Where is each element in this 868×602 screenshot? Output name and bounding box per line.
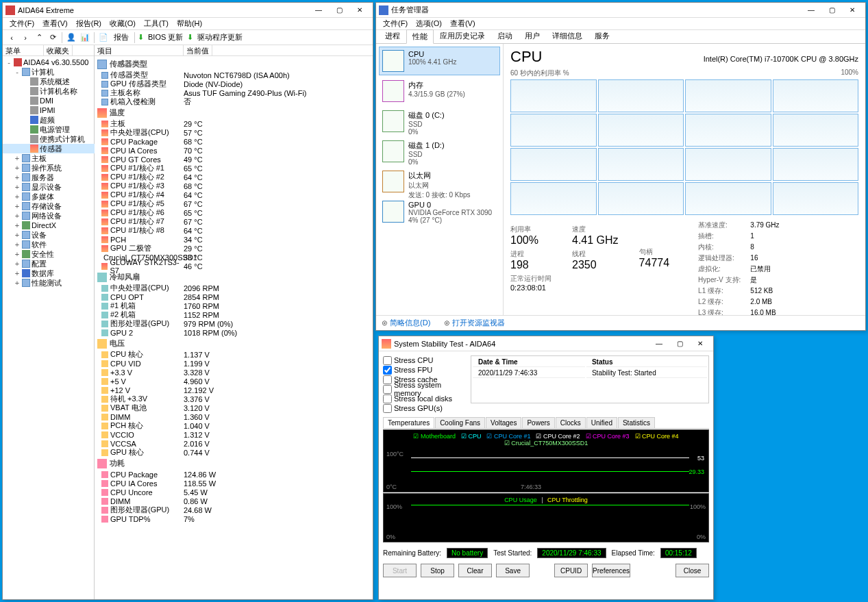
tree-node[interactable]: +存储设备 bbox=[3, 201, 95, 211]
preferences-button[interactable]: Preferences bbox=[592, 564, 630, 577]
aida-tree[interactable]: -AIDA64 v6.30.5500-计算机系统概述计算机名称DMIIPMI超频… bbox=[3, 56, 95, 599]
stress-check[interactable]: Stress CPU bbox=[383, 355, 465, 365]
menu-item[interactable]: 查看(V) bbox=[38, 18, 72, 29]
menu-item[interactable]: 文件(F) bbox=[379, 18, 412, 29]
tree-node[interactable]: 电源管理 bbox=[3, 125, 95, 134]
tree-node[interactable]: +网络设备 bbox=[3, 211, 95, 221]
tm-stats: 利用率100% 进程198 正常运行时间0:23:08:01 速度4.41 GH… bbox=[510, 225, 669, 315]
tree-node[interactable]: -AIDA64 v6.30.5500 bbox=[3, 58, 95, 67]
legend-item[interactable]: ☑ CPU Core #4 bbox=[635, 433, 679, 440]
tree-node[interactable]: +主板 bbox=[3, 153, 95, 163]
legend-item[interactable]: ☑ CPU Core #3 bbox=[586, 433, 630, 440]
close-button[interactable]: Close bbox=[675, 564, 709, 577]
tm-tab[interactable]: 用户 bbox=[519, 29, 546, 43]
perf-card[interactable]: CPU100% 4.41 GHz bbox=[379, 47, 500, 75]
tm-titlebar[interactable]: 任务管理器 — ▢ ✕ bbox=[376, 3, 865, 18]
tree-node[interactable]: +配置 bbox=[3, 259, 95, 268]
close-button[interactable]: ✕ bbox=[690, 336, 710, 351]
resmon-link[interactable]: 打开资源监视器 bbox=[452, 318, 505, 327]
tree-node[interactable]: +操作系统 bbox=[3, 163, 95, 173]
cpuid-button[interactable]: CPUID bbox=[554, 564, 588, 577]
chart-icon[interactable]: 📊 bbox=[79, 32, 91, 44]
tree-node[interactable]: +软件 bbox=[3, 240, 95, 249]
tree-node[interactable]: +数据库 bbox=[3, 268, 95, 278]
forward-button[interactable]: › bbox=[19, 32, 32, 44]
tree-node[interactable]: -计算机 bbox=[3, 67, 95, 77]
tree-node[interactable]: 计算机名称 bbox=[3, 86, 95, 96]
start-button[interactable]: Start bbox=[383, 564, 417, 577]
close-button[interactable]: ✕ bbox=[349, 3, 370, 18]
tool-icon[interactable]: 👤 bbox=[65, 32, 77, 44]
sst-tab[interactable]: Unified bbox=[586, 417, 617, 428]
perf-card[interactable]: 内存4.3/15.9 GB (27%) bbox=[379, 77, 500, 105]
refresh-button[interactable]: ⟳ bbox=[47, 32, 59, 44]
maximize-button[interactable]: ▢ bbox=[329, 3, 349, 18]
tree-node[interactable]: +性能测试 bbox=[3, 278, 95, 288]
aida-titlebar[interactable]: AIDA64 Extreme — ▢ ✕ bbox=[3, 3, 373, 18]
clear-button[interactable]: Clear bbox=[458, 564, 492, 577]
tree-node[interactable]: IPMI bbox=[3, 105, 95, 115]
sst-titlebar[interactable]: System Stability Test - AIDA64 — ▢ ✕ bbox=[379, 336, 713, 351]
legend-item[interactable]: ☑ Motherboard bbox=[413, 433, 456, 440]
close-button[interactable]: ✕ bbox=[842, 3, 863, 18]
sst-tab[interactable]: Statistics bbox=[618, 417, 655, 428]
tree-node[interactable]: +显示设备 bbox=[3, 182, 95, 192]
tree-node[interactable]: +服务器 bbox=[3, 173, 95, 182]
stress-check[interactable]: Stress FPU bbox=[383, 365, 465, 375]
tm-tab[interactable]: 性能 bbox=[406, 29, 434, 44]
tree-node[interactable]: 传感器 bbox=[3, 144, 95, 153]
report-label[interactable]: 报告 bbox=[111, 32, 132, 42]
maximize-button[interactable]: ▢ bbox=[669, 336, 690, 351]
perf-card[interactable]: 磁盘 1 (D:)SSD0% bbox=[379, 137, 500, 166]
menu-item[interactable]: 文件(F) bbox=[5, 18, 38, 29]
menu-item[interactable]: 工具(T) bbox=[140, 18, 173, 29]
tm-tab[interactable]: 应用历史记录 bbox=[434, 29, 491, 43]
menu-item[interactable]: 查看(V) bbox=[446, 18, 480, 29]
save-button[interactable]: Save bbox=[496, 564, 530, 577]
stress-check[interactable]: Stress GPU(s) bbox=[383, 403, 465, 413]
pane-tab-fav[interactable]: 收藏夹 bbox=[44, 45, 73, 55]
menu-item[interactable]: 收藏(O) bbox=[106, 18, 140, 29]
legend-item[interactable]: ☑ CPU Core #1 bbox=[486, 433, 530, 440]
brief-link[interactable]: 简略信息(D) bbox=[390, 318, 430, 327]
menu-item[interactable]: 选项(O) bbox=[412, 18, 446, 29]
tree-node[interactable]: +多媒体 bbox=[3, 192, 95, 201]
tree-node[interactable]: DMI bbox=[3, 96, 95, 105]
tree-node[interactable]: +安全性 bbox=[3, 249, 95, 259]
menu-item[interactable]: 帮助(H) bbox=[173, 18, 206, 29]
minimize-button[interactable]: — bbox=[649, 336, 669, 351]
pane-tab-menu[interactable]: 菜单 bbox=[3, 45, 44, 55]
legend-item[interactable]: ☑ CPU bbox=[461, 433, 482, 440]
legend-item[interactable]: ☑ CPU Core #2 bbox=[536, 433, 580, 440]
tree-node[interactable]: 系统概述 bbox=[3, 77, 95, 86]
sensor-row: GLOWAY STK2TS3-S746 °C bbox=[95, 262, 373, 271]
sst-tab[interactable]: Voltages bbox=[486, 417, 521, 428]
perf-card[interactable]: GPU 0NVIDIA GeForce RTX 30904% (27 °C) bbox=[379, 197, 500, 226]
tree-node[interactable]: +设备 bbox=[3, 230, 95, 240]
back-button[interactable]: ‹ bbox=[5, 32, 18, 44]
stress-check[interactable]: Stress system memory bbox=[383, 384, 465, 394]
report-icon[interactable]: 📄 bbox=[97, 32, 110, 44]
tree-node[interactable]: 便携式计算机 bbox=[3, 134, 95, 144]
tree-node[interactable]: 超频 bbox=[3, 115, 95, 125]
tm-tab[interactable]: 进程 bbox=[379, 29, 406, 43]
tm-tab[interactable]: 启动 bbox=[491, 29, 519, 43]
driver-label[interactable]: 驱动程序更新 bbox=[195, 32, 245, 42]
minimize-button[interactable]: — bbox=[801, 3, 821, 18]
sst-tab[interactable]: Cooling Fans bbox=[435, 417, 485, 428]
tree-node[interactable]: +DirectX bbox=[3, 221, 95, 230]
sst-tab[interactable]: Clocks bbox=[556, 417, 586, 428]
tm-tab[interactable]: 详细信息 bbox=[546, 29, 588, 43]
sst-tab[interactable]: Powers bbox=[522, 417, 554, 428]
menu-item[interactable]: 报告(R) bbox=[72, 18, 106, 29]
sst-tab[interactable]: Temperatures bbox=[383, 417, 434, 428]
perf-card[interactable]: 磁盘 0 (C:)SSD0% bbox=[379, 107, 500, 136]
legend-item[interactable]: ☑ Crucial_CT750MX300SSD1 bbox=[504, 440, 588, 447]
up-button[interactable]: ⌃ bbox=[33, 32, 45, 44]
tm-tab[interactable]: 服务 bbox=[588, 29, 616, 43]
maximize-button[interactable]: ▢ bbox=[821, 3, 842, 18]
bios-label[interactable]: BIOS 更新 bbox=[145, 32, 186, 42]
stop-button[interactable]: Stop bbox=[421, 564, 454, 577]
minimize-button[interactable]: — bbox=[308, 3, 329, 18]
perf-card[interactable]: 以太网以太网发送: 0 接收: 0 Kbps bbox=[379, 167, 500, 196]
